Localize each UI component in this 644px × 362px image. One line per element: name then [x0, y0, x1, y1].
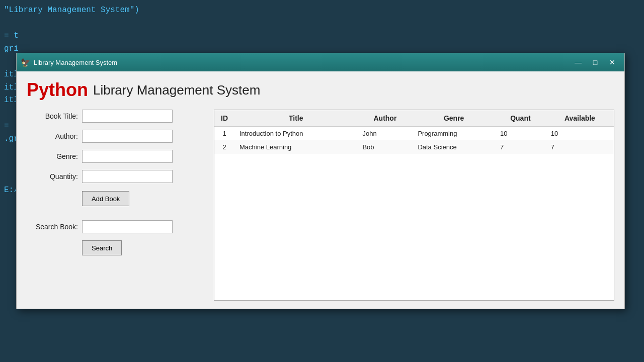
cell-quantity: 7	[495, 140, 546, 154]
genre-label: Genre:	[27, 152, 82, 160]
app-title-label: Library Management System	[93, 82, 260, 98]
search-book-label: Search Book:	[27, 223, 82, 231]
search-button-row: Search	[27, 240, 208, 255]
app-icon: 🦅	[21, 58, 30, 67]
app-window: 🦅 Library Management System — □ ✕ Python…	[16, 53, 625, 309]
book-title-row: Book Title:	[27, 110, 208, 123]
close-button[interactable]: ✕	[604, 56, 620, 68]
cell-id: 1	[214, 127, 234, 141]
book-title-input[interactable]	[82, 110, 173, 123]
search-book-input[interactable]	[82, 220, 173, 233]
search-section: Search Book: Search	[27, 220, 208, 262]
cell-genre: Data Science	[413, 140, 495, 154]
quantity-row: Quantity:	[27, 170, 208, 183]
search-book-row: Search Book:	[27, 220, 208, 233]
left-panel: Book Title: Author: Genre: Quantity: Add	[27, 110, 208, 301]
search-button[interactable]: Search	[82, 240, 122, 255]
cell-available: 7	[546, 140, 614, 154]
genre-input[interactable]	[82, 150, 173, 163]
window-controls: — □ ✕	[570, 56, 620, 68]
genre-row: Genre:	[27, 150, 208, 163]
cell-author: John	[357, 127, 413, 141]
minimize-button[interactable]: —	[570, 56, 586, 68]
window-content: Python Library Management System Book Ti…	[17, 71, 624, 309]
author-input[interactable]	[82, 130, 173, 143]
cell-id: 2	[214, 140, 234, 154]
cell-title: Introduction to Python	[234, 127, 357, 141]
maximize-button[interactable]: □	[587, 56, 603, 68]
table-header-row: ID Title Author Genre Quant Available	[214, 110, 614, 127]
col-author: Author	[357, 110, 413, 127]
quantity-label: Quantity:	[27, 172, 82, 180]
books-table: ID Title Author Genre Quant Available 1 …	[214, 110, 614, 154]
book-title-label: Book Title:	[27, 112, 82, 120]
cell-title: Machine Learning	[234, 140, 357, 154]
app-header: Python Library Management System	[27, 79, 614, 101]
table-row[interactable]: 1 Introduction to Python John Programmin…	[214, 127, 614, 141]
col-title: Title	[234, 110, 357, 127]
python-brand-label: Python	[27, 79, 88, 101]
add-book-button[interactable]: Add Book	[82, 191, 129, 206]
cell-quantity: 10	[495, 127, 546, 141]
col-genre: Genre	[413, 110, 495, 127]
table-row[interactable]: 2 Machine Learning Bob Data Science 7 7	[214, 140, 614, 154]
author-row: Author:	[27, 130, 208, 143]
cell-genre: Programming	[413, 127, 495, 141]
cell-available: 10	[546, 127, 614, 141]
author-label: Author:	[27, 132, 82, 140]
quantity-input[interactable]	[82, 170, 173, 183]
title-bar: 🦅 Library Management System — □ ✕	[17, 53, 624, 71]
window-title: Library Management System	[34, 59, 570, 66]
col-available: Available	[546, 110, 614, 127]
col-quantity: Quant	[495, 110, 546, 127]
books-table-panel: ID Title Author Genre Quant Available 1 …	[214, 110, 614, 301]
main-layout: Book Title: Author: Genre: Quantity: Add	[27, 110, 614, 301]
col-id: ID	[214, 110, 234, 127]
add-book-row: Add Book	[27, 191, 208, 206]
cell-author: Bob	[357, 140, 413, 154]
